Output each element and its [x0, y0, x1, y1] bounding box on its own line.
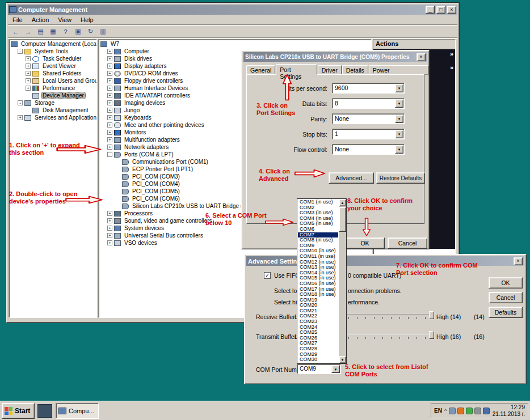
fifo-checkbox[interactable]: ✓	[264, 272, 271, 279]
dropdown-arrow-icon[interactable]: ▼	[395, 145, 403, 154]
dropdown-arrow-icon[interactable]: ▼	[395, 130, 403, 138]
expander-icon[interactable]: +	[107, 93, 112, 98]
tree-item[interactable]: + Services and Applications	[9, 114, 96, 121]
field-combo[interactable]: None ▼	[332, 113, 405, 124]
field-combo[interactable]: 8 ▼	[332, 98, 405, 109]
device-tree-item[interactable]: - W7	[99, 40, 371, 48]
antivirus-status-icon[interactable]	[466, 408, 473, 414]
show-console-tree-icon[interactable]: ▤	[35, 26, 47, 37]
slider-thumb[interactable]	[429, 331, 434, 339]
advanced-button[interactable]: Advanced...	[329, 172, 374, 184]
language-indicator[interactable]: EN	[434, 408, 442, 414]
volume-icon[interactable]	[474, 408, 481, 414]
help-icon[interactable]: ?	[60, 26, 71, 37]
expander-icon[interactable]: +	[26, 56, 31, 61]
ok-button[interactable]: OK	[489, 277, 523, 289]
cancel-button[interactable]: Cancel	[388, 237, 427, 249]
expander-icon[interactable]: +	[107, 137, 112, 142]
dropdown-arrow-icon[interactable]: ▼	[395, 114, 403, 123]
expander-icon[interactable]: +	[107, 130, 112, 135]
scroll-down-icon[interactable]: ▼	[339, 356, 346, 363]
expander-icon[interactable]: +	[107, 108, 112, 113]
field-combo[interactable]: 9600 ▼	[332, 83, 405, 94]
tree-item[interactable]: + Performance	[9, 84, 96, 92]
menu-item[interactable]: Help	[76, 16, 98, 24]
defaults-button[interactable]: Defaults	[489, 307, 523, 318]
chevron-right-icon[interactable]: »	[450, 50, 453, 57]
tree-item[interactable]: + Event Viewer	[9, 62, 96, 70]
field-combo[interactable]: 1 ▼	[332, 129, 405, 139]
scrollbar[interactable]: ▲ ▼	[339, 199, 346, 363]
expander-icon[interactable]: +	[107, 71, 112, 76]
dropdown-arrow-icon[interactable]: ▼	[331, 365, 340, 373]
expander-icon[interactable]: +	[107, 86, 112, 91]
expander-icon[interactable]: +	[107, 226, 112, 231]
expander-icon[interactable]: +	[26, 71, 31, 76]
menu-item[interactable]: Action	[27, 16, 54, 24]
expander-icon[interactable]: -	[18, 49, 23, 54]
expander-icon[interactable]: +	[26, 63, 31, 69]
tree-item[interactable]: Disk Management	[9, 107, 96, 114]
close-icon[interactable]: ×	[514, 257, 523, 265]
expander-icon[interactable]: +	[18, 115, 23, 120]
slider-thumb[interactable]	[429, 311, 434, 319]
scroll-up-icon[interactable]: ▲	[339, 199, 346, 206]
usb-device-icon[interactable]	[449, 408, 456, 414]
tree-item[interactable]: + Local Users and Groups	[9, 77, 96, 84]
title-bar[interactable]: Computer Management _ □ ×	[8, 5, 457, 15]
forward-icon[interactable]: →	[22, 26, 34, 37]
export-list-icon[interactable]: ▦	[47, 26, 59, 37]
tree-item[interactable]: - Storage	[9, 99, 96, 107]
tree-item[interactable]: - System Tools	[9, 48, 96, 55]
dialog-title-bar[interactable]: Advanced Settings fo ×	[246, 256, 524, 266]
expander-icon[interactable]: +	[107, 78, 112, 83]
scroll-thumb[interactable]	[339, 207, 346, 232]
maximize-button[interactable]: □	[436, 6, 445, 14]
expander-icon[interactable]: +	[107, 122, 112, 128]
expander-icon[interactable]: +	[107, 63, 112, 69]
expander-icon[interactable]: -	[107, 152, 112, 157]
restore-defaults-button[interactable]: Restore Defaults	[376, 172, 425, 184]
tree-item[interactable]: Device Manager	[9, 92, 96, 99]
tab[interactable]: General	[246, 65, 275, 75]
show-hidden-icons-chevron[interactable]: ^	[444, 408, 447, 414]
expander-icon[interactable]: -	[18, 100, 23, 105]
tree-item[interactable]: + Shared Folders	[9, 70, 96, 77]
expander-icon[interactable]: +	[107, 240, 112, 245]
expander-icon[interactable]: +	[26, 78, 31, 83]
tree-item[interactable]: Computer Management (Local)	[9, 40, 96, 48]
close-button[interactable]: ×	[447, 6, 456, 14]
menu-item[interactable]: View	[53, 16, 76, 24]
scan-icon[interactable]: ▥	[97, 26, 109, 37]
expander-icon[interactable]: +	[107, 218, 112, 223]
expander-icon[interactable]: +	[107, 211, 112, 216]
tab[interactable]: Power Management	[369, 65, 428, 75]
expander-icon[interactable]: +	[107, 56, 112, 61]
chevron-right-icon[interactable]: »	[450, 64, 453, 71]
expander-icon[interactable]: +	[107, 233, 112, 238]
menu-item[interactable]: File	[8, 16, 27, 24]
properties-icon[interactable]: ▣	[72, 26, 84, 37]
expander-icon[interactable]: +	[107, 145, 112, 150]
taskbar-button-computer-management[interactable]: Compu...	[56, 403, 99, 419]
dropdown-arrow-icon[interactable]: ▼	[395, 99, 403, 108]
dialog-title-bar[interactable]: Silicon Labs CP210x USB to UART Bridge (…	[243, 52, 427, 62]
clock[interactable]: 12:29 21.11.2013 г.	[493, 404, 525, 418]
quick-launch-icon[interactable]	[37, 404, 52, 418]
cancel-button[interactable]: Cancel	[489, 292, 523, 303]
receive-buffer-slider[interactable]	[339, 311, 434, 320]
refresh-icon[interactable]: ↻	[85, 26, 96, 37]
back-icon[interactable]: ←	[10, 26, 22, 37]
field-combo[interactable]: None ▼	[332, 144, 405, 155]
com-port-option[interactable]: COM30	[298, 357, 338, 363]
com-port-combo[interactable]: COM9 ▼	[297, 364, 341, 374]
expander-icon[interactable]: +	[26, 86, 31, 91]
expander-icon[interactable]: +	[107, 115, 112, 120]
tab[interactable]: Driver	[318, 65, 342, 75]
transmit-buffer-slider[interactable]	[339, 331, 434, 340]
expander-icon[interactable]: +	[107, 100, 112, 105]
close-icon[interactable]: ×	[417, 53, 426, 61]
tree-item[interactable]: + Task Scheduler	[9, 55, 96, 62]
expander-icon[interactable]: +	[107, 49, 112, 54]
start-button[interactable]: Start	[2, 403, 35, 419]
